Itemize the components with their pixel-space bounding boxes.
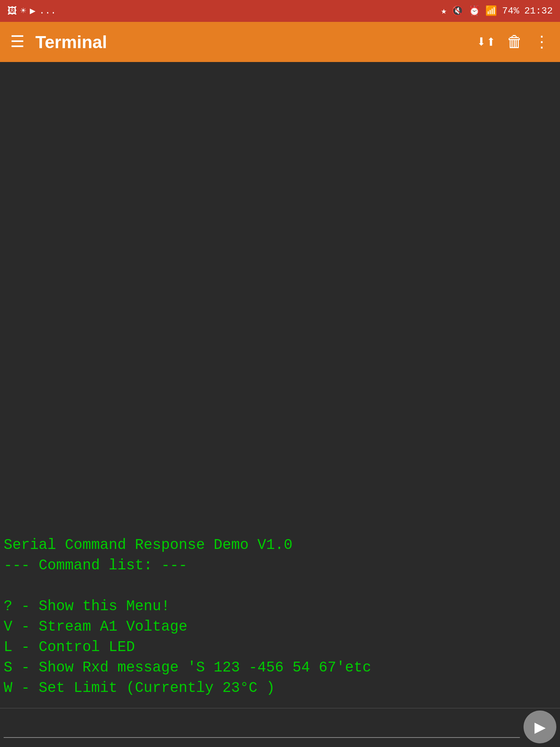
hamburger-menu-icon[interactable]: ☰	[10, 32, 24, 52]
terminal-line: L - Control LED	[4, 637, 556, 658]
input-row: ▶	[0, 708, 560, 747]
sun-icon: ☀	[20, 5, 26, 17]
terminal-line: S - Show Rxd message 'S 123 -456 54 67'e…	[4, 658, 556, 678]
status-right-icons: ★ 🔇 ⏰ 📶 74% 21:32	[441, 5, 553, 17]
battery-text: 74%	[502, 5, 519, 16]
send-button[interactable]: ▶	[524, 711, 556, 743]
connect-icon[interactable]: ⬇⬆	[477, 32, 496, 52]
alarm-icon: ⏰	[468, 5, 480, 17]
more-status-icon: ...	[39, 5, 56, 16]
delete-icon[interactable]: 🗑	[507, 32, 523, 52]
terminal-line: V - Stream A1 Voltage	[4, 617, 556, 637]
more-options-icon[interactable]: ⋮	[534, 32, 550, 52]
app-bar: ☰ Terminal ⬇⬆ 🗑 ⋮	[0, 22, 560, 62]
terminal-line	[4, 576, 556, 596]
toolbar-icons: ⬇⬆ 🗑 ⋮	[477, 32, 550, 52]
app-title: Terminal	[35, 32, 477, 52]
youtube-icon: ▶	[30, 5, 36, 17]
wifi-icon: 📶	[485, 5, 497, 17]
bluetooth-icon: ★	[441, 5, 447, 17]
terminal-line: --- Command list: ---	[4, 556, 556, 576]
terminal-line: Serial Command Response Demo V1.0	[4, 535, 556, 556]
status-bar: 🖼 ☀ ▶ ... ★ 🔇 ⏰ 📶 74% 21:32	[0, 0, 560, 22]
terminal-line: ? - Show this Menu!	[4, 596, 556, 617]
image-icon: 🖼	[7, 5, 17, 17]
terminal-line: W - Set Limit (Currently 23°C )	[4, 678, 556, 698]
time-display: 21:32	[524, 5, 553, 16]
terminal-output: Serial Command Response Demo V1.0--- Com…	[4, 535, 556, 698]
status-left-icons: 🖼 ☀ ▶ ...	[7, 5, 56, 17]
mute-icon: 🔇	[452, 5, 463, 17]
command-input[interactable]	[4, 716, 520, 738]
terminal-area: Serial Command Response Demo V1.0--- Com…	[0, 62, 560, 702]
send-icon: ▶	[534, 719, 546, 735]
command-button-row	[0, 702, 560, 708]
